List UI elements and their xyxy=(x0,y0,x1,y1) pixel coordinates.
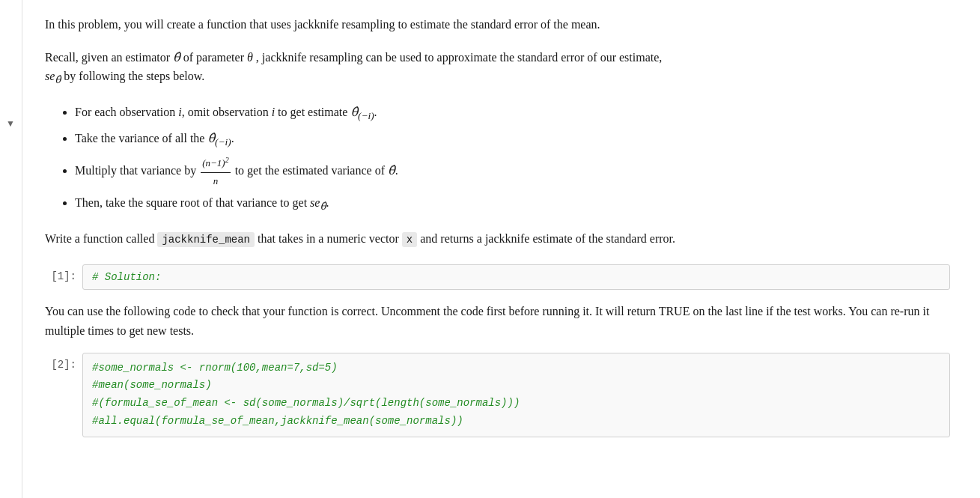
cell-2-row: [2]: #some_normals <- rnorm(100,mean=7,s… xyxy=(45,353,950,437)
page-container: ▼ In this problem, you will create a fun… xyxy=(0,0,980,498)
estimator-symbol: θ̂ xyxy=(173,51,180,64)
fraction-numerator: (n−1)2 xyxy=(201,154,230,172)
main-content: In this problem, you will create a funct… xyxy=(22,0,980,498)
recall-paragraph: Recall, given an estimator θ̂ of paramet… xyxy=(45,48,950,88)
cell-2-label: [2]: xyxy=(45,353,82,437)
vector-var-code: x xyxy=(402,232,417,247)
left-gutter: ▼ xyxy=(0,0,22,498)
se-symbol: seθ̂ xyxy=(45,70,61,82)
cell-1-container: [1]: # Solution: xyxy=(45,264,950,290)
cell-1-label: [1]: xyxy=(45,264,82,290)
recall-text-4: by following the steps below. xyxy=(64,70,204,82)
list-item: For each observation i, omit observation… xyxy=(75,102,950,125)
list-item: Take the variance of all the θ̂(−i). xyxy=(75,128,950,151)
bullet-1-text: For each observation i, omit observation… xyxy=(75,106,377,118)
cell-2-line-4: #all.equal(formula_se_of_mean,jackknife_… xyxy=(92,413,940,431)
bullet-4-text: Then, take the square root of that varia… xyxy=(75,196,329,209)
collapse-arrow[interactable]: ▼ xyxy=(6,118,15,130)
cell-2-line-3: #(formula_se_of_mean <- sd(some_normals)… xyxy=(92,395,940,413)
list-item: Multiply that variance by (n−1)2 n to ge… xyxy=(75,154,950,189)
write-paragraph: Write a function called jackknife_mean t… xyxy=(45,229,950,249)
cell-2-line-1: #some_normals <- rnorm(100,mean=7,sd=5) xyxy=(92,359,940,377)
cell-1-content[interactable]: # Solution: xyxy=(82,264,950,290)
intro-paragraph: In this problem, you will create a funct… xyxy=(45,15,950,34)
param-symbol: θ xyxy=(247,51,253,64)
intro-text: In this problem, you will create a funct… xyxy=(45,18,600,31)
write-text-2: that takes in a numeric vector xyxy=(258,232,399,245)
recall-text-1: Recall, given an estimator xyxy=(45,51,173,64)
cell-2-container: [2]: #some_normals <- rnorm(100,mean=7,s… xyxy=(45,353,950,437)
fraction-denominator: n xyxy=(212,173,220,189)
cell-2-content[interactable]: #some_normals <- rnorm(100,mean=7,sd=5) … xyxy=(82,353,950,437)
cell-1-row: [1]: # Solution: xyxy=(45,264,950,290)
between-cells-text: You can use the following code to check … xyxy=(45,302,950,340)
bullet-3-text: Multiply that variance by (n−1)2 n to ge… xyxy=(75,164,398,177)
cell-2-line-2: #mean(some_normals) xyxy=(92,377,940,395)
write-text-3: and returns a jackknife estimate of the … xyxy=(420,232,675,245)
function-name-code: jackknife_mean xyxy=(157,232,255,247)
list-item: Then, take the square root of that varia… xyxy=(75,192,950,216)
recall-text-3: , jackknife resampling can be used to ap… xyxy=(256,51,662,64)
write-text-1: Write a function called xyxy=(45,232,154,245)
fraction-symbol: (n−1)2 n xyxy=(201,154,230,189)
recall-text-2: of parameter xyxy=(183,51,247,64)
bullet-list: For each observation i, omit observation… xyxy=(75,102,950,216)
bullet-2-text: Take the variance of all the θ̂(−i). xyxy=(75,132,234,145)
